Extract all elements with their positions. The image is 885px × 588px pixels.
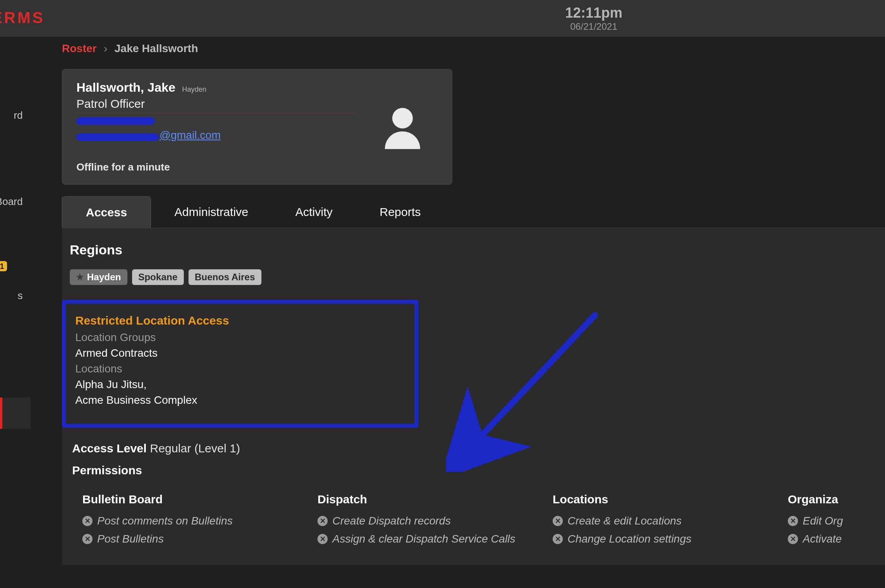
svg-text:HERMS: HERMS (0, 9, 45, 26)
region-chip[interactable]: Buenos Aires (189, 269, 261, 285)
tab-activity[interactable]: Activity (272, 196, 356, 228)
perm-item: Create Dispatch records (317, 515, 540, 527)
profile-status: Offline for a minute (76, 161, 355, 173)
restricted-access-box: Restricted Location Access Location Grou… (62, 300, 419, 428)
permissions-title: Permissions (70, 464, 877, 477)
perm-item: Activate (788, 533, 877, 545)
profile-name: Hallsworth, Jake Hayden (76, 80, 355, 95)
sidebar-badge: 1 (0, 261, 7, 271)
regions-title: Regions (70, 242, 877, 258)
restricted-title: Restricted Location Access (75, 314, 405, 327)
region-chip-primary[interactable]: ★ Hayden (70, 269, 127, 285)
perm-col-organization: Organiza Edit Org Activate (775, 493, 877, 551)
profile-info: Hallsworth, Jake Hayden Patrol Officer @… (76, 80, 355, 173)
restricted-location: Alpha Ju Jitsu, (75, 378, 405, 391)
profile-role: Patrol Officer (76, 97, 355, 111)
header-date: 06/21/2021 (565, 21, 622, 32)
tab-reports[interactable]: Reports (356, 196, 444, 228)
app-header: HERMS 12:11pm 06/21/2021 (0, 0, 885, 37)
disabled-icon (553, 534, 563, 544)
disabled-icon (317, 516, 328, 526)
breadcrumb-leaf: Jake Hallsworth (114, 42, 198, 55)
disabled-icon (82, 516, 92, 526)
perm-item: Create & edit Locations (553, 515, 775, 527)
perm-item: Post comments on Bulletins (82, 515, 305, 527)
region-chip[interactable]: Spokane (132, 269, 184, 285)
sidebar-item-3[interactable]: 1 s (0, 280, 31, 311)
disabled-icon (82, 534, 92, 544)
redacted-email-prefix (76, 133, 159, 141)
disabled-icon (317, 534, 328, 544)
perm-col-bulletin: Bulletin Board Post comments on Bulletin… (70, 493, 305, 551)
profile-card: Hallsworth, Jake Hayden Patrol Officer @… (62, 69, 452, 185)
tab-access[interactable]: Access (62, 196, 151, 228)
breadcrumb-root[interactable]: Roster (62, 42, 97, 55)
perm-col-locations: Locations Create & edit Locations Change… (540, 493, 775, 551)
region-chips: ★ Hayden Spokane Buenos Aires (70, 269, 877, 285)
chevron-right-icon: › (104, 42, 107, 55)
perm-item: Edit Org (788, 515, 877, 527)
sidebar-item-1[interactable]: rd (0, 100, 31, 131)
restricted-location: Acme Business Complex (75, 394, 405, 407)
header-datetime: 12:11pm 06/21/2021 (565, 5, 622, 32)
perm-item: Post Bulletins (82, 533, 305, 545)
perm-col-dispatch: Dispatch Create Dispatch records Assign … (305, 493, 540, 551)
permissions-columns: Bulletin Board Post comments on Bulletin… (70, 493, 877, 551)
user-icon (379, 103, 426, 151)
restricted-group: Armed Contracts (75, 347, 405, 359)
main-content: Roster › Jake Hallsworth Hallsworth, Jak… (31, 37, 885, 588)
star-icon: ★ (76, 272, 84, 282)
disabled-icon (788, 516, 798, 526)
sidebar: rd Board 1 s (0, 37, 31, 588)
breadcrumb: Roster › Jake Hallsworth (62, 42, 885, 55)
disabled-icon (553, 516, 563, 526)
app-logo: HERMS (0, 0, 118, 37)
access-panel: Regions ★ Hayden Spokane Buenos Aires Re… (62, 228, 885, 565)
redacted-phone (76, 117, 155, 125)
profile-tabs: Access Administrative Activity Reports (62, 196, 885, 228)
svg-point-1 (392, 108, 413, 129)
perm-item: Assign & clear Dispatch Service Calls (317, 533, 540, 545)
disabled-icon (788, 534, 798, 544)
access-level: Access Level Regular (Level 1) (70, 442, 877, 455)
restricted-groups-label: Location Groups (75, 331, 405, 344)
sidebar-item-4[interactable] (0, 397, 31, 429)
restricted-locations-label: Locations (75, 363, 405, 375)
header-time: 12:11pm (565, 5, 622, 21)
sidebar-item-2[interactable]: Board (0, 186, 31, 217)
perm-item: Change Location settings (553, 533, 775, 545)
profile-email[interactable]: @gmail.com (160, 129, 221, 141)
tab-administrative[interactable]: Administrative (151, 196, 272, 228)
avatar (367, 80, 438, 173)
